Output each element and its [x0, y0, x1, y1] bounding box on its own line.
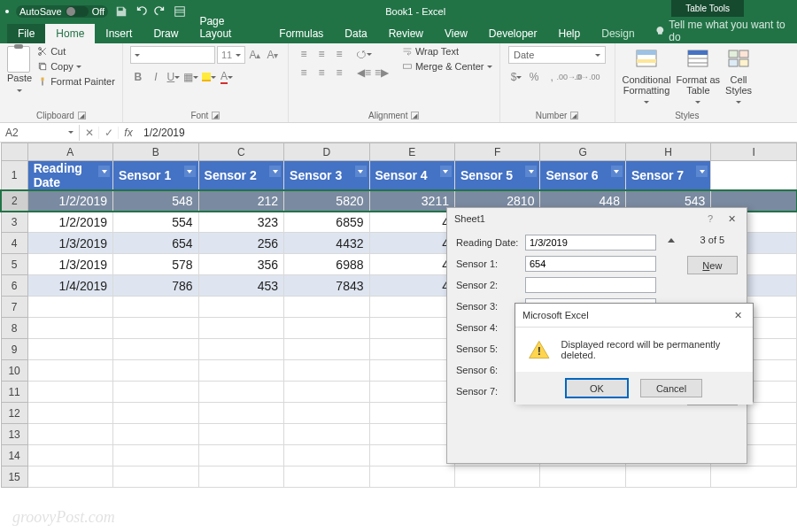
cell[interactable] — [27, 318, 112, 339]
cell[interactable] — [27, 382, 112, 403]
scroll-up-icon[interactable] — [668, 238, 675, 243]
cell[interactable] — [369, 360, 454, 382]
autosave-toggle[interactable]: AutoSave Off — [16, 5, 108, 18]
cell[interactable] — [113, 318, 198, 339]
percent-button[interactable]: % — [526, 69, 542, 85]
table-column-header[interactable]: Sensor 6 — [540, 161, 625, 190]
cell[interactable]: 578 — [113, 254, 198, 275]
fx-icon[interactable]: fx — [119, 127, 138, 139]
cell[interactable] — [198, 466, 283, 488]
cell[interactable] — [369, 403, 454, 424]
table-column-header[interactable]: Sensor 2 — [198, 161, 283, 190]
col-header[interactable]: C — [198, 143, 283, 161]
row-header[interactable]: 12 — [1, 403, 27, 424]
format-as-table-button[interactable]: Format as Table — [677, 46, 721, 105]
enter-formula-button[interactable]: ✓ — [99, 127, 119, 139]
filter-icon[interactable] — [525, 166, 537, 177]
close-icon[interactable]: ✕ — [723, 212, 739, 226]
underline-button[interactable]: U — [166, 69, 182, 85]
row-header[interactable]: 13 — [1, 424, 27, 445]
tab-design[interactable]: Design — [591, 24, 645, 43]
cut-button[interactable]: Cut — [37, 46, 115, 57]
bold-button[interactable]: B — [130, 69, 146, 85]
format-painter-button[interactable]: Format Painter — [37, 76, 115, 87]
cell[interactable]: 6988 — [284, 254, 369, 275]
tab-home[interactable]: Home — [45, 24, 95, 43]
cell[interactable] — [27, 403, 112, 424]
cell[interactable] — [454, 466, 539, 488]
filter-icon[interactable] — [696, 166, 708, 177]
cell[interactable] — [284, 297, 369, 318]
col-header[interactable]: I — [711, 143, 797, 161]
cell[interactable]: 323 — [198, 212, 283, 233]
row-header[interactable]: 7 — [1, 297, 27, 318]
cell[interactable] — [711, 466, 797, 488]
cell[interactable] — [284, 339, 369, 360]
merge-center-button[interactable]: Merge & Center — [402, 61, 492, 72]
fill-color-button[interactable] — [201, 69, 217, 85]
decrease-indent-button[interactable]: ◀≡ — [356, 65, 372, 81]
cell[interactable] — [369, 318, 454, 339]
cell[interactable]: 654 — [113, 233, 198, 254]
tell-me[interactable]: Tell me what you want to do — [654, 19, 797, 43]
cell[interactable]: 256 — [198, 233, 283, 254]
table-column-header[interactable]: Sensor 3 — [284, 161, 369, 190]
cell[interactable]: 3211 — [369, 190, 454, 212]
row-header[interactable]: 4 — [1, 233, 27, 254]
cell[interactable] — [369, 382, 454, 403]
cell[interactable] — [284, 382, 369, 403]
orientation-button[interactable]: ⭯ — [356, 46, 372, 62]
form-field-input[interactable] — [525, 256, 656, 272]
select-all-corner[interactable] — [1, 143, 27, 161]
tab-help[interactable]: Help — [548, 24, 592, 43]
cell[interactable]: 1/3/2019 — [27, 254, 112, 275]
cell[interactable]: 1/2/2019 — [27, 190, 112, 212]
cell[interactable] — [284, 403, 369, 424]
cell[interactable] — [284, 318, 369, 339]
col-header[interactable]: E — [369, 143, 454, 161]
row-header[interactable]: 3 — [1, 212, 27, 233]
cell[interactable] — [113, 360, 198, 382]
cell[interactable] — [284, 445, 369, 466]
paste-button[interactable]: Paste — [7, 46, 32, 94]
help-icon[interactable]: ? — [708, 213, 713, 224]
col-header[interactable]: H — [625, 143, 710, 161]
tab-review[interactable]: Review — [378, 24, 434, 43]
number-format-combo[interactable]: Date — [508, 46, 606, 64]
cell[interactable]: 1/2/2019 — [27, 212, 112, 233]
new-button[interactable]: New — [687, 256, 738, 274]
font-color-button[interactable]: A — [219, 69, 235, 85]
cell[interactable]: 548 — [113, 190, 198, 212]
cell[interactable]: 4 — [369, 233, 454, 254]
cell[interactable] — [27, 360, 112, 382]
table-column-header[interactable]: Reading Date — [27, 161, 112, 190]
row-header[interactable]: 15 — [1, 466, 27, 488]
cell[interactable] — [198, 403, 283, 424]
table-column-header[interactable]: Sensor 7 — [625, 161, 710, 190]
cell[interactable]: 554 — [113, 212, 198, 233]
tab-view[interactable]: View — [434, 24, 478, 43]
cell[interactable] — [198, 339, 283, 360]
table-column-header[interactable]: Sensor 5 — [454, 161, 539, 190]
filter-icon[interactable] — [184, 166, 196, 177]
cancel-formula-button[interactable]: ✕ — [80, 127, 99, 139]
cell[interactable]: 1/3/2019 — [27, 233, 112, 254]
col-header[interactable]: D — [284, 143, 369, 161]
tab-formulas[interactable]: Formulas — [268, 24, 334, 43]
copy-button[interactable]: Copy — [37, 61, 115, 72]
filter-icon[interactable] — [440, 166, 452, 177]
cell[interactable] — [198, 445, 283, 466]
cell[interactable] — [369, 424, 454, 445]
cell[interactable]: 356 — [198, 254, 283, 275]
cell[interactable] — [27, 297, 112, 318]
cell[interactable] — [113, 445, 198, 466]
ok-button[interactable]: OK — [566, 379, 628, 397]
cell[interactable] — [27, 339, 112, 360]
tab-developer[interactable]: Developer — [478, 24, 548, 43]
cell[interactable] — [113, 424, 198, 445]
row-header[interactable]: 2 — [1, 190, 27, 212]
row-header[interactable]: 10 — [1, 360, 27, 382]
font-size-combo[interactable]: 11 — [217, 46, 245, 64]
row-header[interactable]: 14 — [1, 445, 27, 466]
cell[interactable] — [369, 339, 454, 360]
